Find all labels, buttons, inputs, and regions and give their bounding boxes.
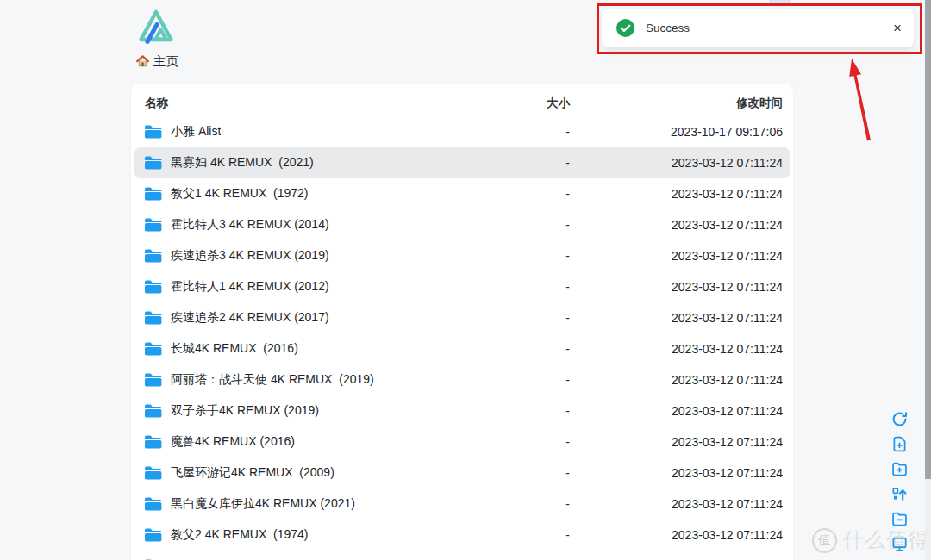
file-size: - xyxy=(484,187,570,201)
file-size: - xyxy=(484,156,570,170)
alist-logo[interactable] xyxy=(135,6,177,47)
file-size: - xyxy=(484,528,570,542)
table-row-partial[interactable] xyxy=(134,551,790,560)
header-size[interactable]: 大小 xyxy=(484,96,570,111)
file-modified: 2023-03-12 07:11:24 xyxy=(570,404,783,418)
file-name-label: 魔兽4K REMUX (2016) xyxy=(171,434,295,450)
file-name-label: 阿丽塔：战斗天使 4K REMUX (2019) xyxy=(171,372,374,388)
table-row[interactable]: 霍比特人3 4K REMUX (2014) - 2023-03-12 07:11… xyxy=(134,209,790,240)
app-window: 主页 Success × 名称 大小 修改时间 xyxy=(0,0,931,560)
file-modified: 2023-10-17 09:17:06 xyxy=(570,125,783,139)
file-name-label: 飞屋环游记4K REMUX (2009) xyxy=(171,465,334,481)
file-size: - xyxy=(484,466,570,480)
folder-icon xyxy=(145,218,162,232)
file-size: - xyxy=(484,404,570,418)
folder-icon xyxy=(145,249,162,263)
scrollbar-thumb[interactable] xyxy=(925,0,931,479)
folder-icon xyxy=(145,125,162,139)
file-size: - xyxy=(484,218,570,232)
file-size: - xyxy=(484,125,570,139)
local-settings-icon[interactable] xyxy=(890,534,909,553)
file-name-label: 长城4K REMUX (2016) xyxy=(171,341,298,357)
file-name-label: 双子杀手4K REMUX (2019) xyxy=(171,403,319,419)
watermark-badge: 值 xyxy=(812,528,837,553)
file-size: - xyxy=(484,249,570,263)
table-header: 名称 大小 修改时间 xyxy=(131,90,793,116)
file-size: - xyxy=(484,280,570,294)
file-modified: 2023-03-12 07:11:24 xyxy=(570,466,783,480)
table-row[interactable]: 魔兽4K REMUX (2016) - 2023-03-12 07:11:24 xyxy=(134,426,790,457)
file-list: 小雅 Alist - 2023-10-17 09:17:06 黑寡妇 4K RE… xyxy=(131,116,793,551)
annotation-arrow xyxy=(823,52,884,154)
file-modified: 2023-03-12 07:11:24 xyxy=(570,156,783,170)
new-file-icon[interactable] xyxy=(890,434,909,453)
file-name-label: 疾速追杀3 4K REMUX (2019) xyxy=(171,248,329,264)
side-toolbar xyxy=(890,409,909,553)
scrollbar-track[interactable] xyxy=(925,0,931,560)
success-check-icon xyxy=(615,18,635,38)
file-name-label: 黑寡妇 4K REMUX (2021) xyxy=(171,155,314,171)
table-row[interactable]: 小雅 Alist - 2023-10-17 09:17:06 xyxy=(134,116,790,147)
file-name-label: 教父2 4K REMUX (1974) xyxy=(171,527,309,543)
folder-icon xyxy=(145,187,162,201)
file-modified: 2023-03-12 07:11:24 xyxy=(570,280,783,294)
remove-empty-folder-icon[interactable] xyxy=(890,509,909,528)
toast-fragment xyxy=(769,0,791,4)
table-row[interactable]: 阿丽塔：战斗天使 4K REMUX (2019) - 2023-03-12 07… xyxy=(134,364,790,395)
file-modified: 2023-03-12 07:11:24 xyxy=(570,373,783,387)
folder-icon xyxy=(145,311,162,325)
upload-icon[interactable] xyxy=(890,484,909,503)
file-modified: 2023-03-12 07:11:24 xyxy=(570,528,783,542)
file-name-label: 小雅 Alist xyxy=(171,124,221,140)
file-name-label: 黑白魔女库伊拉4K REMUX (2021) xyxy=(171,496,355,512)
file-modified: 2023-03-12 07:11:24 xyxy=(570,497,783,511)
new-folder-icon[interactable] xyxy=(890,459,909,478)
file-modified: 2023-03-12 07:11:24 xyxy=(570,311,783,325)
toast-message: Success xyxy=(646,22,893,34)
file-size: - xyxy=(484,435,570,449)
folder-icon xyxy=(145,156,162,170)
table-row[interactable]: 双子杀手4K REMUX (2019) - 2023-03-12 07:11:2… xyxy=(134,395,790,426)
home-icon xyxy=(136,55,149,68)
table-row[interactable]: 黑白魔女库伊拉4K REMUX (2021) - 2023-03-12 07:1… xyxy=(134,488,790,520)
file-list-card: 名称 大小 修改时间 小雅 Alist - 2023-10-17 09:17:0… xyxy=(131,84,793,560)
breadcrumb-home[interactable]: 主页 xyxy=(136,53,178,70)
file-name-label: 教父1 4K REMUX (1972) xyxy=(171,186,309,202)
folder-icon xyxy=(145,373,162,387)
file-modified: 2023-03-12 07:11:24 xyxy=(570,249,783,263)
refresh-icon[interactable] xyxy=(890,409,909,428)
file-name-label: 霍比特人1 4K REMUX (2012) xyxy=(171,279,329,295)
file-size: - xyxy=(484,342,570,356)
file-size: - xyxy=(484,373,570,387)
success-toast: Success × xyxy=(602,9,914,47)
table-row[interactable]: 教父2 4K REMUX (1974) - 2023-03-12 07:11:2… xyxy=(134,520,790,551)
folder-icon xyxy=(145,497,162,511)
file-modified: 2023-03-12 07:11:24 xyxy=(570,342,783,356)
table-row[interactable]: 飞屋环游记4K REMUX (2009) - 2023-03-12 07:11:… xyxy=(134,457,790,488)
header-name[interactable]: 名称 xyxy=(145,96,484,111)
file-size: - xyxy=(484,497,570,511)
folder-icon xyxy=(145,342,162,356)
file-size: - xyxy=(484,311,570,325)
table-row[interactable]: 教父1 4K REMUX (1972) - 2023-03-12 07:11:2… xyxy=(134,178,790,209)
file-name-label: 疾速追杀2 4K REMUX (2017) xyxy=(171,310,329,326)
table-row[interactable]: 疾速追杀3 4K REMUX (2019) - 2023-03-12 07:11… xyxy=(134,240,790,271)
smzdm-watermark: 值 什么值得买 xyxy=(812,526,931,554)
file-name-label: 霍比特人3 4K REMUX (2014) xyxy=(171,217,329,233)
close-icon[interactable]: × xyxy=(893,21,902,35)
folder-icon xyxy=(145,528,162,542)
table-row[interactable]: 黑寡妇 4K REMUX (2021) - 2023-03-12 07:11:2… xyxy=(134,147,790,178)
folder-icon xyxy=(145,466,162,480)
watermark-text: 什么值得买 xyxy=(843,526,931,554)
breadcrumb-label: 主页 xyxy=(153,53,178,70)
file-modified: 2023-03-12 07:11:24 xyxy=(570,187,783,201)
table-row[interactable]: 疾速追杀2 4K REMUX (2017) - 2023-03-12 07:11… xyxy=(134,302,790,333)
folder-icon xyxy=(145,404,162,418)
table-row[interactable]: 霍比特人1 4K REMUX (2012) - 2023-03-12 07:11… xyxy=(134,271,790,302)
file-modified: 2023-03-12 07:11:24 xyxy=(570,435,783,449)
folder-icon xyxy=(145,435,162,449)
header-modified[interactable]: 修改时间 xyxy=(570,96,783,111)
file-modified: 2023-03-12 07:11:24 xyxy=(570,218,783,232)
folder-icon xyxy=(145,280,162,294)
table-row[interactable]: 长城4K REMUX (2016) - 2023-03-12 07:11:24 xyxy=(134,333,790,364)
